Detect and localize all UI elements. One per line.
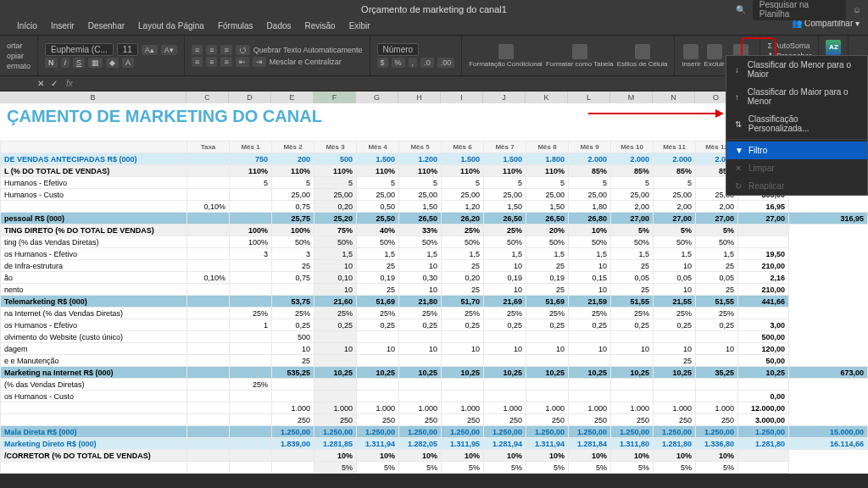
tab-inserir[interactable]: Inserir (51, 19, 75, 35)
sort-custom-item[interactable]: ⇅Classificação Personalizada... (726, 110, 867, 137)
cut-button[interactable]: ortar (7, 42, 31, 50)
decrease-font-button[interactable]: A▾ (161, 45, 177, 55)
align-center[interactable]: ≡ (206, 57, 217, 67)
percent-button[interactable]: % (392, 58, 405, 68)
cancel-icon[interactable]: ✕ (34, 79, 47, 88)
align-left[interactable]: ≡ (192, 57, 203, 67)
col-header-L[interactable]: L (568, 92, 610, 103)
filter-item[interactable]: ▼Filtro (726, 141, 867, 159)
tab-desenhar[interactable]: Desenhar (88, 19, 125, 35)
dec-dec-button[interactable]: .00 (437, 58, 455, 68)
align-mid[interactable]: ≡ (206, 45, 217, 55)
col-header-H[interactable]: H (398, 92, 441, 103)
smiley-icon[interactable]: ☺ (853, 5, 861, 14)
indent-dec[interactable]: ⇤ (236, 57, 249, 67)
col-header-E[interactable]: E (271, 92, 314, 103)
col-header-D[interactable]: D (229, 92, 271, 103)
comma-button[interactable]: , (409, 58, 418, 68)
delete-button[interactable]: Excluir (704, 44, 725, 68)
fontsize-select[interactable]: 11 (117, 43, 138, 56)
tab-exibir[interactable]: Exibir (349, 19, 370, 35)
sort-filter-dropdown: ↓Classificar do Menor para o Maior ↑Clas… (726, 55, 868, 196)
col-header-F[interactable]: F (314, 92, 356, 103)
col-header-N[interactable]: N (653, 92, 695, 103)
svg-marker-1 (715, 109, 724, 118)
insert-button[interactable]: Inserir (682, 44, 700, 68)
align-group: ≡ ≡ ≡ ⭯ Quebrar Texto Automaticamente ≡ … (185, 36, 370, 75)
wrap-text-button[interactable]: Quebrar Texto Automaticamente (253, 46, 363, 54)
format-table-button[interactable]: Formatar como Tabela (546, 44, 614, 68)
font-color-button[interactable]: A (122, 58, 134, 68)
tab-layout[interactable]: Layout da Página (138, 19, 204, 35)
tab-dados[interactable]: Dados (267, 19, 292, 35)
merge-button[interactable]: Mesclar e Centralizar (270, 58, 342, 66)
funnel-icon: ▼ (735, 146, 743, 155)
sort-filter-button[interactable]: AZ (826, 40, 841, 55)
font-select[interactable]: Euphemia (C... (45, 43, 114, 56)
number-group: Número $ % , .0 .00 (370, 36, 463, 75)
align-right[interactable]: ≡ (220, 57, 231, 67)
underline-button[interactable]: S (73, 58, 85, 68)
italic-button[interactable]: I (61, 58, 70, 68)
sort-desc-item[interactable]: ↑Classificar do Maior para o Menor (726, 83, 867, 110)
fx-label[interactable]: fx (61, 79, 78, 88)
clipboard-group: ortar opiar ermato (0, 36, 38, 75)
font-group: Euphemia (C... 11 A▴ A▾ N I S ▦ ◆ A (38, 36, 185, 75)
inc-dec-button[interactable]: .0 (420, 58, 434, 68)
clear-filter-item[interactable]: ✕Limpar (726, 159, 867, 177)
border-button[interactable]: ▦ (88, 58, 103, 68)
numformat-select[interactable]: Número (377, 43, 420, 56)
confirm-icon[interactable]: ✓ (47, 79, 61, 88)
indent-inc[interactable]: ⇥ (253, 57, 266, 67)
cell-styles-button[interactable]: Estilos de Célula (617, 44, 668, 68)
tab-inicio[interactable]: Início (17, 19, 37, 35)
tab-formulas[interactable]: Fórmulas (218, 19, 253, 35)
doc-title: Orçamento de marketing do canal1 (361, 4, 507, 14)
tab-revisao[interactable]: Revisão (305, 19, 336, 35)
search-icon: 🔍 (736, 5, 746, 14)
currency-button[interactable]: $ (377, 58, 388, 68)
cond-format-button[interactable]: Formatação Condicional (469, 44, 542, 68)
fill-color-button[interactable]: ◆ (106, 58, 119, 68)
reapply-item[interactable]: ↻Reaplicar (726, 177, 867, 195)
ribbon-tabs: Início Inserir Desenhar Layout da Página… (0, 19, 868, 36)
search-box[interactable]: Pesquisar na Planilha (753, 0, 846, 20)
share-button[interactable]: 👥 Compartilhar ▾ (792, 19, 868, 35)
col-header-M[interactable]: M (610, 92, 653, 103)
sort-asc-item[interactable]: ↓Classificar do Menor para o Maior (726, 56, 867, 83)
formatpainter-button[interactable]: ermato (7, 62, 31, 70)
col-header-I[interactable]: I (441, 92, 483, 103)
arrow-annotation (588, 108, 724, 119)
col-header-J[interactable]: J (483, 92, 526, 103)
increase-font-button[interactable]: A▴ (142, 45, 158, 55)
bold-button[interactable]: N (45, 58, 58, 68)
align-bot[interactable]: ≡ (220, 45, 231, 55)
copy-button[interactable]: opiar (7, 52, 31, 60)
align-top[interactable]: ≡ (192, 45, 203, 55)
col-header-B[interactable]: B (0, 92, 186, 103)
col-header-C[interactable]: C (186, 92, 229, 103)
styles-group: Formatação Condicional Formatar como Tab… (462, 36, 675, 75)
col-header-G[interactable]: G (356, 92, 398, 103)
orient-button[interactable]: ⭯ (236, 45, 250, 55)
titlebar: Orçamento de marketing do canal1 🔍 Pesqu… (0, 0, 868, 19)
col-header-K[interactable]: K (526, 92, 568, 103)
